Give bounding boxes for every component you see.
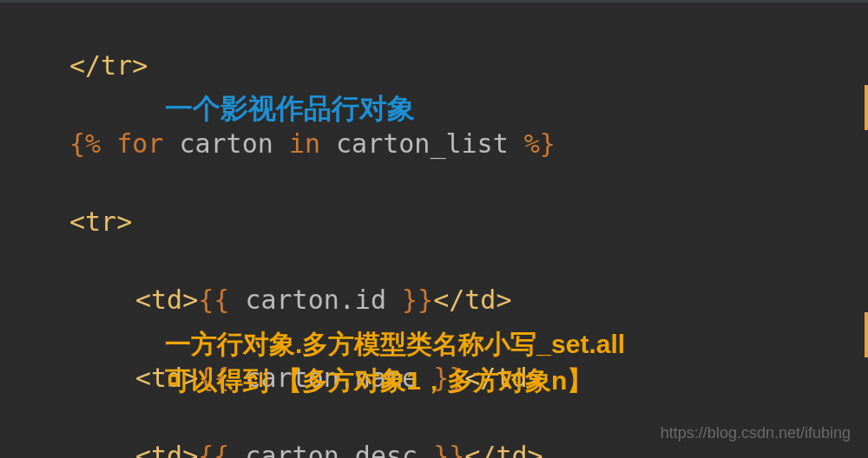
code-line-2: {% for carton in carton_list %} <box>0 124 868 163</box>
annotation-orange: 一方行对象.多方模型类名称小写_set.all 可以得到 【多方对象1，多方对象… <box>165 326 625 399</box>
scroll-marker-1 <box>865 85 868 130</box>
code-line-4: <td>{{ carton.id }}</td> <box>0 280 868 319</box>
code-line-3: <tr> <box>0 202 868 241</box>
top-border <box>0 0 868 3</box>
annotation-orange-line2: 可以得到 【多方对象1，多方对象n】 <box>165 366 593 395</box>
annotation-blue: 一个影视作品行对象 <box>165 90 415 128</box>
watermark: https://blog.csdn.net/ifubing <box>661 424 851 442</box>
tag-open-tr: <tr> <box>69 206 132 237</box>
annotation-orange-line1: 一方行对象.多方模型类名称小写_set.all <box>165 330 625 358</box>
code-line-1: </tr> <box>0 46 868 85</box>
scroll-marker-2 <box>865 312 868 357</box>
tag-close-tr: </tr> <box>69 50 148 81</box>
